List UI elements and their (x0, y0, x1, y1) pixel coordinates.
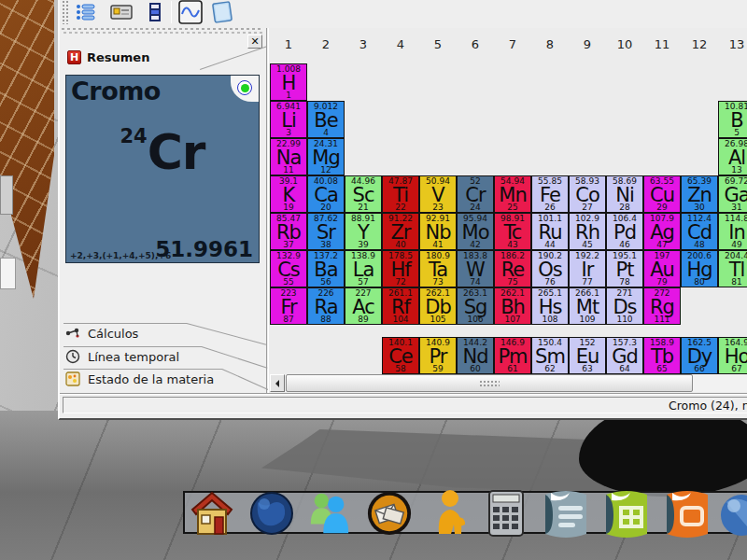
element-cell-Hg[interactable]: 200.6Hg80 (681, 250, 718, 287)
element-cell-Re[interactable]: 186.2Re75 (494, 250, 531, 287)
element-cell-Y[interactable]: 88.91Y39 (345, 213, 382, 250)
instant-messenger-buddies-icon[interactable] (306, 489, 353, 538)
calculator-icon[interactable] (484, 489, 527, 538)
element-cell-Ga[interactable]: 69.72Ga31 (718, 175, 747, 213)
element-cell-V[interactable]: 50.94V23 (419, 175, 457, 213)
konqueror-globe-icon[interactable] (715, 489, 747, 538)
element-cell-Rh[interactable]: 102.9Rh45 (569, 213, 606, 250)
element-cell-Sr[interactable]: 87.62Sr38 (307, 213, 345, 250)
element-cell-Rg[interactable]: 272Rg111 (643, 287, 681, 325)
element-cell-Ho[interactable]: 164.9Ho67 (718, 337, 747, 374)
element-number: 12 (308, 165, 344, 175)
element-cell-Sc[interactable]: 44.96Sc21 (345, 175, 382, 213)
element-cell-K[interactable]: 39.1K19 (270, 175, 307, 213)
element-cell-Au[interactable]: 197Au79 (643, 250, 681, 287)
column-header-2: 2 (307, 37, 345, 51)
element-cell-Ir[interactable]: 192.2Ir77 (569, 250, 606, 287)
panel-title: Resumen (87, 50, 149, 64)
flashcard-icon[interactable] (108, 0, 134, 25)
element-cell-Ta[interactable]: 180.9Ta73 (419, 250, 457, 287)
element-cell-Gd[interactable]: 157.3Gd64 (606, 337, 643, 374)
home-icon[interactable] (189, 489, 235, 538)
element-cell-Pt[interactable]: 195.1Pt78 (606, 250, 643, 287)
element-cell-Bh[interactable]: 262.1Bh107 (494, 287, 531, 325)
openoffice-calc-icon[interactable] (599, 489, 653, 541)
element-cell-Db[interactable]: 262.1Db105 (419, 287, 457, 325)
element-cell-Zr[interactable]: 91.22Zr40 (382, 213, 419, 250)
element-cell-Na[interactable]: 22.99Na11 (270, 138, 307, 175)
element-cell-H[interactable]: 1.008H1 (270, 63, 307, 101)
element-cell-W[interactable]: 183.8W74 (457, 250, 494, 287)
element-cell-Pd[interactable]: 106.4Pd46 (606, 213, 643, 250)
element-cell-Cr[interactable]: 52Cr24 (457, 175, 494, 213)
buddy-person-icon[interactable] (433, 489, 467, 538)
element-cell-Ce[interactable]: 140.1Ce58 (382, 337, 419, 374)
element-cell-Tl[interactable]: 204.4Tl81 (718, 250, 747, 287)
element-cell-Rb[interactable]: 85.47Rb37 (270, 213, 307, 250)
glossary-icon[interactable] (209, 0, 235, 25)
element-cell-Ag[interactable]: 107.9Ag47 (643, 213, 681, 250)
element-cell-Ra[interactable]: 226Ra88 (307, 287, 345, 325)
element-cell-Mg[interactable]: 24.31Mg12 (307, 138, 345, 175)
sidebar-tab-linea-temporal[interactable]: Línea temporal (62, 346, 265, 369)
element-cell-Cu[interactable]: 63.55Cu29 (643, 175, 681, 213)
element-cell-Ca[interactable]: 40.08Ca20 (307, 175, 345, 213)
element-cell-Ni[interactable]: 58.69Ni28 (606, 175, 643, 213)
element-cell-Ds[interactable]: 271Ds110 (606, 287, 643, 325)
toolbar (60, 0, 747, 26)
element-cell-Pr[interactable]: 140.9Pr59 (419, 337, 457, 374)
element-cell-Co[interactable]: 58.93Co27 (569, 175, 606, 213)
element-number: 21 (345, 203, 381, 212)
element-cell-La[interactable]: 138.9La57 (345, 250, 382, 287)
plot-icon[interactable] (177, 0, 204, 25)
element-cell-Os[interactable]: 190.2Os76 (531, 250, 569, 287)
element-cell-Mn[interactable]: 54.94Mn25 (494, 175, 531, 213)
element-cell-Ac[interactable]: 227Ac89 (345, 287, 382, 325)
element-cell-Hs[interactable]: 265.1Hs108 (531, 287, 569, 325)
element-cell-Pm[interactable]: 146.9Pm61 (494, 337, 531, 374)
element-cell-Fr[interactable]: 223Fr87 (270, 287, 307, 325)
element-number: 107 (495, 315, 530, 324)
element-cell-Tc[interactable]: 98.91Tc43 (494, 213, 531, 250)
element-number: 26 (532, 203, 568, 212)
element-number: 59 (420, 364, 456, 373)
toolbar-grip[interactable] (62, 0, 68, 24)
element-cell-Be[interactable]: 9.012Be4 (307, 101, 345, 138)
element-cell-Dy[interactable]: 162.5Dy66 (681, 337, 718, 374)
element-cell-Fe[interactable]: 55.85Fe26 (531, 175, 569, 213)
close-panel-button[interactable]: ✕ (247, 35, 262, 49)
sidebar-list-icon[interactable] (73, 0, 99, 25)
element-cell-In[interactable]: 114.8In49 (718, 213, 747, 250)
element-cell-Ba[interactable]: 137.2Ba56 (307, 250, 345, 287)
sidebar-tab-calculos[interactable]: Cálculos (62, 323, 265, 345)
element-cell-Nb[interactable]: 92.91Nb41 (419, 213, 457, 250)
element-cell-Cs[interactable]: 132.9Cs55 (270, 250, 307, 287)
openoffice-impress-icon[interactable] (659, 489, 713, 541)
element-cell-Ru[interactable]: 101.1Ru44 (531, 213, 569, 250)
element-cell-Eu[interactable]: 152Eu63 (569, 337, 606, 374)
element-cell-Mo[interactable]: 95.94Mo42 (457, 213, 494, 250)
dock-handle[interactable] (62, 28, 263, 35)
email-circle-icon[interactable] (366, 489, 413, 538)
element-cell-Rf[interactable]: 261.1Rf104 (382, 287, 419, 325)
selected-radio-button[interactable] (237, 80, 252, 95)
web-browser-globe-icon[interactable] (248, 489, 295, 538)
kalzium-h-icon: H (67, 50, 81, 64)
sidebar-tab-estado-materia[interactable]: Estado de la materia (62, 369, 265, 391)
tables-icon[interactable] (142, 0, 168, 25)
element-cell-Nd[interactable]: 144.2Nd60 (457, 337, 494, 374)
openoffice-writer-icon[interactable] (538, 489, 592, 541)
element-cell-Sm[interactable]: 150.4Sm62 (531, 337, 569, 374)
element-cell-Al[interactable]: 26.98Al13 (718, 138, 747, 175)
element-cell-Li[interactable]: 6.941Li3 (270, 101, 307, 138)
element-cell-Mt[interactable]: 266.1Mt109 (569, 287, 606, 325)
element-cell-Cd[interactable]: 112.4Cd48 (681, 213, 718, 250)
element-cell-Sg[interactable]: 263.1Sg106 (457, 287, 494, 325)
element-cell-Hf[interactable]: 178.5Hf72 (382, 250, 419, 287)
element-cell-Zn[interactable]: 65.39Zn30 (681, 175, 718, 213)
scroll-left-button[interactable] (270, 374, 285, 392)
element-cell-Tb[interactable]: 158.9Tb65 (643, 337, 681, 374)
scrollbar-thumb[interactable] (286, 374, 693, 392)
element-cell-B[interactable]: 10.81B5 (718, 101, 747, 138)
element-cell-Ti[interactable]: 47.87Ti22 (382, 175, 419, 213)
